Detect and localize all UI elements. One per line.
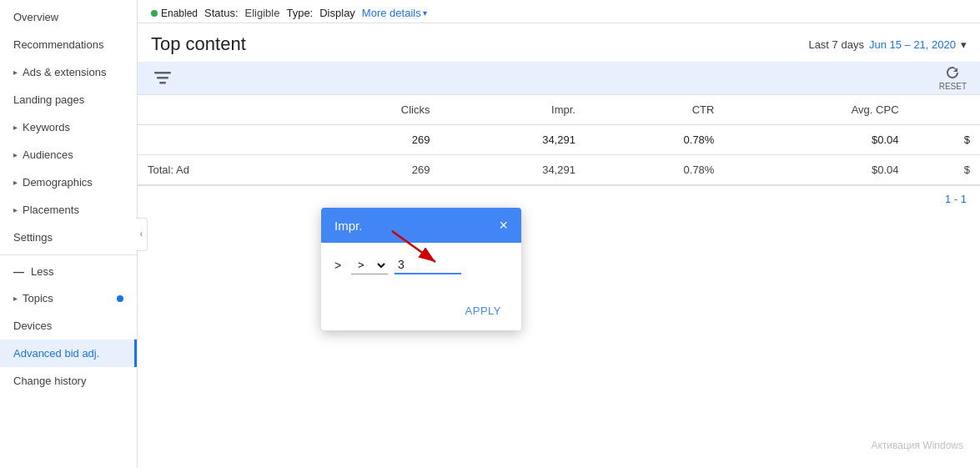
sidebar-item-label: Settings: [13, 231, 53, 244]
date-range-prefix: Last 7 days: [808, 38, 864, 51]
sidebar-item-label: Topics: [23, 292, 53, 304]
reset-button[interactable]: RESET: [939, 65, 967, 91]
chevron-icon: ▸: [13, 294, 18, 303]
filter-icon: [154, 72, 171, 85]
chevron-icon: ▸: [13, 205, 18, 214]
cell-clicks: 269: [306, 125, 440, 155]
total-name: Total: Ad: [138, 155, 306, 185]
filter-popup-title: Impr.: [334, 219, 362, 233]
sidebar-item-landing-pages[interactable]: Landing pages: [0, 86, 137, 113]
status-value: Eligible: [245, 7, 280, 19]
sidebar-item-label: Overview: [13, 11, 58, 23]
filter-operator-label: >: [334, 259, 344, 272]
sidebar-item-devices[interactable]: Devices: [0, 312, 137, 340]
watermark: Активация Windows: [871, 440, 963, 451]
cell-impr: 34,291: [440, 125, 585, 155]
col-header-clicks[interactable]: Clicks: [306, 95, 440, 125]
chevron-icon: ▸: [13, 123, 18, 132]
filter-popup-header: Impr. ×: [321, 208, 521, 243]
sidebar: Overview Recommendations ▸ Ads & extensi…: [0, 0, 138, 468]
filter-button[interactable]: [151, 67, 174, 90]
filter-value-input[interactable]: [395, 256, 461, 274]
table-row: 269 34,291 0.78% $0.04 $: [138, 125, 980, 155]
sidebar-item-audiences[interactable]: ▸ Audiences: [0, 141, 137, 169]
data-table: Clicks Impr. CTR Avg. CPC 269 34,291 0.7…: [138, 95, 980, 185]
sidebar-item-label: Landing pages: [13, 93, 84, 106]
main-content: Enabled Status: Eligible Type: Display M…: [138, 0, 980, 468]
sidebar-item-topics[interactable]: ▸ Topics: [0, 284, 137, 312]
filter-popup-close-button[interactable]: ×: [499, 218, 508, 233]
type-label: Type:: [286, 7, 313, 19]
chevron-icon: ▸: [13, 178, 18, 187]
sidebar-item-label: Keywords: [23, 121, 70, 133]
total-row: Total: Ad 269 34,291 0.78% $0.04 $: [138, 155, 980, 185]
pagination: 1 - 1: [138, 185, 980, 212]
chevron-icon: ▸: [13, 68, 18, 77]
chevron-down-icon: ▾: [423, 8, 427, 18]
total-impr: 34,291: [440, 155, 585, 185]
sidebar-collapse-tab[interactable]: ‹: [136, 218, 148, 251]
sidebar-item-ads-extensions[interactable]: ▸ Ads & extensions: [0, 58, 137, 86]
filter-popup-actions: APPLY: [321, 294, 521, 330]
col-header-name: [138, 95, 306, 125]
chevron-icon: ▸: [13, 150, 18, 159]
status-enabled-badge: Enabled: [151, 8, 198, 19]
more-details-label: More details: [362, 7, 421, 19]
col-header-impr[interactable]: Impr.: [440, 95, 585, 125]
sidebar-item-overview[interactable]: Overview: [0, 3, 137, 31]
col-header-extra: [909, 95, 980, 125]
svg-rect-1: [157, 77, 168, 79]
col-header-ctr[interactable]: CTR: [585, 95, 725, 125]
less-label: Less: [31, 265, 53, 278]
reset-icon: [945, 65, 960, 80]
cell-extra: $: [909, 125, 980, 155]
sidebar-item-change-history[interactable]: Change history: [0, 367, 137, 395]
sidebar-item-label: Recommendations: [13, 38, 103, 51]
table-toolbar: RESET: [138, 62, 980, 95]
cell-name: [138, 125, 306, 155]
sidebar-item-advanced-bid-adj[interactable]: Advanced bid adj.: [0, 340, 137, 367]
cell-ctr: 0.78%: [585, 125, 725, 155]
col-header-avg-cpc[interactable]: Avg. CPC: [724, 95, 908, 125]
total-clicks: 269: [306, 155, 440, 185]
sidebar-item-label: Ads & extensions: [23, 66, 106, 78]
date-range-value[interactable]: Jun 15 – 21, 2020: [869, 38, 956, 51]
status-label: Status:: [204, 7, 238, 19]
sidebar-item-demographics[interactable]: ▸ Demographics: [0, 169, 137, 196]
reset-label: RESET: [939, 82, 967, 91]
date-range-chevron[interactable]: ▾: [961, 38, 967, 51]
top-bar: Enabled Status: Eligible Type: Display M…: [138, 0, 980, 23]
sidebar-item-placements[interactable]: ▸ Placements: [0, 196, 137, 224]
pagination-label: 1 - 1: [945, 193, 967, 205]
active-dot: [117, 295, 123, 302]
total-ctr: 0.78%: [585, 155, 725, 185]
sidebar-item-label: Advanced bid adj.: [13, 347, 99, 360]
filter-popup: Impr. × > > < = >= <= APPLY: [321, 208, 521, 330]
apply-button[interactable]: APPLY: [459, 301, 508, 320]
sidebar-item-recommendations[interactable]: Recommendations: [0, 31, 137, 58]
more-details-link[interactable]: More details ▾: [362, 7, 427, 19]
date-range: Last 7 days Jun 15 – 21, 2020 ▾: [808, 38, 967, 51]
type-value: Display: [319, 7, 355, 19]
filter-row: > > < = >= <=: [334, 256, 508, 274]
sidebar-item-label: Devices: [13, 320, 52, 332]
sidebar-item-label: Placements: [23, 204, 79, 216]
minus-icon: —: [13, 265, 24, 278]
filter-popup-body: > > < = >= <=: [321, 243, 521, 294]
sidebar-item-label: Demographics: [23, 176, 93, 189]
sidebar-item-label: Change history: [13, 375, 86, 387]
sidebar-less-toggle[interactable]: — Less: [0, 259, 137, 284]
page-title-row: Top content Last 7 days Jun 15 – 21, 202…: [138, 23, 980, 62]
total-avg-cpc: $0.04: [724, 155, 908, 185]
filter-operator-select[interactable]: > < = >= <=: [351, 256, 388, 274]
sidebar-divider: [0, 254, 137, 255]
cell-avg-cpc: $0.04: [724, 125, 908, 155]
sidebar-item-keywords[interactable]: ▸ Keywords: [0, 113, 137, 141]
page-title: Top content: [151, 33, 246, 55]
sidebar-item-settings[interactable]: Settings: [0, 224, 137, 251]
total-extra: $: [909, 155, 980, 185]
status-dot: [151, 10, 158, 17]
table-container: Clicks Impr. CTR Avg. CPC 269 34,291 0.7…: [138, 95, 980, 468]
svg-rect-2: [159, 82, 166, 84]
status-enabled-label: Enabled: [161, 8, 198, 19]
